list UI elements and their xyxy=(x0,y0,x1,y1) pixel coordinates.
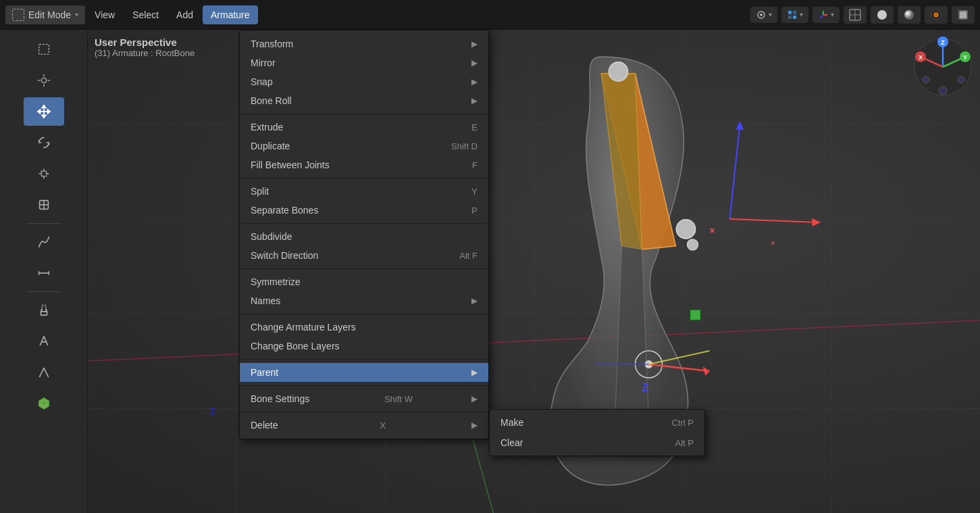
menu-item-delete[interactable]: Delete X ▶ xyxy=(240,416,488,435)
edit-mode-chevron: ▾ xyxy=(75,11,78,18)
viewport-gizmo-btn[interactable]: ▾ xyxy=(813,7,840,23)
divider-3 xyxy=(240,223,488,224)
top-bar-left: Edit Mode ▾ View Select Add Armature xyxy=(0,5,263,24)
svg-text:Z: Z xyxy=(210,406,216,417)
menu-item-subdivide[interactable]: Subdivide xyxy=(240,227,488,246)
shading-render[interactable] xyxy=(925,6,948,24)
submenu-item-clear[interactable]: Clear Alt P xyxy=(490,433,704,453)
menu-item-change-bone-layers[interactable]: Change Bone Layers xyxy=(240,337,488,356)
svg-text:×: × xyxy=(771,238,776,248)
submenu-item-make[interactable]: Make Ctrl P xyxy=(490,412,704,433)
menu-section-8: Bone Settings Shift W ▶ xyxy=(240,388,488,410)
left-sidebar xyxy=(0,30,88,513)
menu-item-split[interactable]: Split Y xyxy=(240,182,488,201)
svg-line-50 xyxy=(88,320,980,361)
shading-material[interactable] xyxy=(898,6,921,24)
menu-section-5: Symmetrize Names ▶ xyxy=(240,271,488,312)
menu-item-transform[interactable]: Transform ▶ xyxy=(240,34,488,53)
divider-7 xyxy=(240,385,488,386)
menu-armature[interactable]: Armature xyxy=(203,5,258,24)
sidebar-divider-1 xyxy=(27,223,61,224)
divider-5 xyxy=(240,314,488,314)
sidebar-tool-rotate[interactable] xyxy=(24,128,64,157)
svg-point-80 xyxy=(939,87,947,95)
menu-section-3: Split Y Separate Bones P xyxy=(240,180,488,221)
svg-rect-38 xyxy=(42,306,46,312)
svg-rect-61 xyxy=(691,310,700,320)
armature-label: (31) Armature : RootBone xyxy=(95,48,195,58)
sidebar-tool-cursor[interactable] xyxy=(24,66,64,95)
viewport-overlay-btn[interactable]: ▾ xyxy=(781,7,808,23)
menu-item-parent[interactable]: Parent ▶ xyxy=(240,363,488,382)
divider-1 xyxy=(240,114,488,114)
svg-rect-18 xyxy=(38,45,49,55)
svg-marker-66 xyxy=(736,121,744,130)
menu-item-switch-direction[interactable]: Switch Direction Alt F xyxy=(240,246,488,265)
perspective-label: User Perspective xyxy=(95,36,195,48)
menu-item-extrude[interactable]: Extrude E xyxy=(240,118,488,137)
armature-dropdown-menu: Transform ▶ Mirror ▶ Snap ▶ Bone Roll ▶ … xyxy=(239,30,489,439)
menu-section-6: Change Armature Layers Change Bone Layer… xyxy=(240,316,488,357)
sidebar-divider-2 xyxy=(27,291,61,292)
camera-chevron: ▾ xyxy=(769,11,772,18)
sidebar-tool-scale[interactable] xyxy=(24,160,64,188)
menu-select[interactable]: Select xyxy=(124,5,167,24)
svg-rect-4 xyxy=(788,16,792,19)
menu-view[interactable]: View xyxy=(86,5,123,24)
menu-item-names[interactable]: Names ▶ xyxy=(240,291,488,310)
sidebar-tool-relax[interactable] xyxy=(24,358,64,387)
menu-section-7: Parent ▶ xyxy=(240,362,488,383)
viewport-camera-btn[interactable]: ▾ xyxy=(750,7,777,23)
shading-solid[interactable] xyxy=(871,6,894,24)
sidebar-tool-transform[interactable] xyxy=(24,191,64,219)
sidebar-tool-bone-roll[interactable] xyxy=(24,327,64,356)
svg-rect-5 xyxy=(793,16,796,19)
menu-section-9: Delete X ▶ xyxy=(240,414,488,436)
menu-item-bone-roll[interactable]: Bone Roll ▶ xyxy=(240,91,488,110)
svg-point-54 xyxy=(688,239,698,250)
svg-line-67 xyxy=(730,219,818,222)
svg-text:×: × xyxy=(710,225,715,236)
shading-wireframe[interactable] xyxy=(844,6,867,24)
svg-point-53 xyxy=(677,220,696,239)
sidebar-tool-annotate[interactable] xyxy=(24,228,64,256)
menu-section-4: Subdivide Switch Direction Alt F xyxy=(240,226,488,266)
menu-item-change-armature-layers[interactable]: Change Armature Layers xyxy=(240,318,488,337)
sidebar-tool-cube[interactable] xyxy=(24,389,64,418)
menu-item-snap[interactable]: Snap ▶ xyxy=(240,72,488,91)
divider-8 xyxy=(240,412,488,412)
svg-point-13 xyxy=(904,10,914,20)
sidebar-tool-extrude[interactable] xyxy=(24,296,64,324)
gizmo-chevron: ▾ xyxy=(831,11,834,18)
svg-point-19 xyxy=(41,78,46,82)
sidebar-tool-select-box[interactable] xyxy=(24,35,64,64)
svg-rect-17 xyxy=(960,11,966,18)
shading-extra[interactable] xyxy=(952,6,975,24)
svg-point-82 xyxy=(958,76,964,83)
svg-line-8 xyxy=(820,15,823,18)
nav-gizmo[interactable]: Z Y X xyxy=(912,36,973,97)
sidebar-tool-move[interactable] xyxy=(24,97,64,126)
svg-text:Z: Z xyxy=(941,39,945,46)
divider-4 xyxy=(240,268,488,269)
menu-item-duplicate[interactable]: Duplicate Shift D xyxy=(240,137,488,155)
edit-mode-label: Edit Mode xyxy=(28,9,71,20)
menu-item-mirror[interactable]: Mirror ▶ xyxy=(240,53,488,72)
svg-rect-26 xyxy=(41,171,46,176)
sidebar-tool-measure[interactable] xyxy=(24,259,64,287)
menu-item-separate-bones[interactable]: Separate Bones P xyxy=(240,201,488,220)
svg-rect-3 xyxy=(793,11,796,14)
menu-item-bone-settings[interactable]: Bone Settings Shift W ▶ xyxy=(240,389,488,408)
menu-add[interactable]: Add xyxy=(168,5,201,24)
overlay-chevron: ▾ xyxy=(800,11,803,18)
menu-item-symmetrize[interactable]: Symmetrize xyxy=(240,272,488,291)
svg-point-52 xyxy=(609,62,628,81)
divider-2 xyxy=(240,178,488,178)
svg-line-65 xyxy=(730,124,740,219)
svg-marker-68 xyxy=(813,218,821,226)
parent-submenu: Make Ctrl P Clear Alt P xyxy=(489,409,705,456)
top-bar: Edit Mode ▾ View Select Add Armature ▾ ▾ xyxy=(0,0,980,30)
menu-item-fill-between-joints[interactable]: Fill Between Joints F xyxy=(240,155,488,174)
svg-rect-37 xyxy=(41,312,47,316)
edit-mode-button[interactable]: Edit Mode ▾ xyxy=(5,5,85,24)
